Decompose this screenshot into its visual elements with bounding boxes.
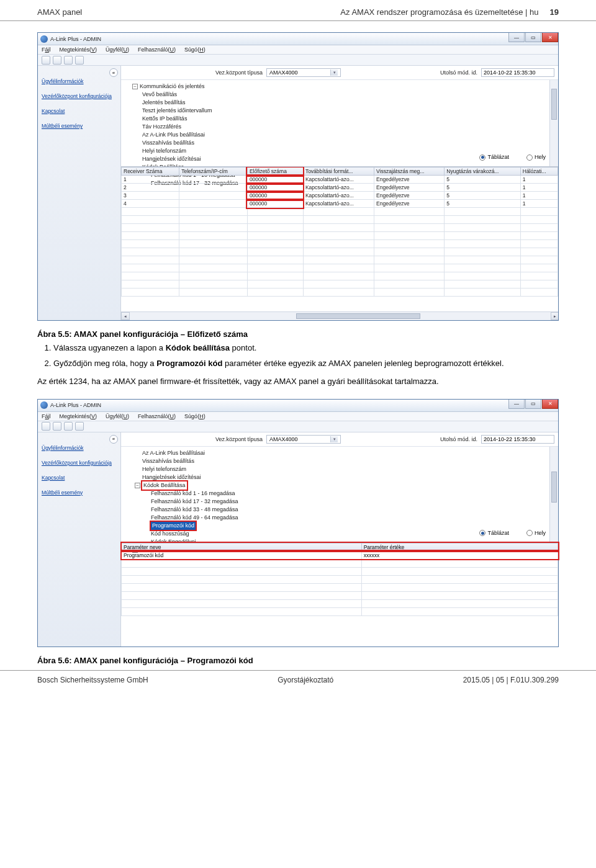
col-param-value[interactable]: Paraméter értéke bbox=[361, 543, 558, 551]
table-row[interactable]: 2000000Kapcsolattartó-azo...Engedélyezve… bbox=[122, 184, 558, 192]
view-mode-radios: Táblázat Hely bbox=[477, 152, 548, 163]
menu-customer[interactable]: Ügyfél(U) bbox=[106, 413, 129, 419]
tree-item[interactable]: Felhasználó kód 33 - 48 megadása bbox=[126, 506, 556, 514]
sidebar-item-panel-config[interactable]: Vezérlőközpont konfigurációja bbox=[42, 93, 117, 99]
close-button[interactable]: ✕ bbox=[542, 400, 558, 409]
col-subscriber[interactable]: Előfizető száma bbox=[247, 168, 303, 176]
sidebar-collapse-button[interactable]: « bbox=[109, 68, 118, 77]
tree-pane: Az A-Link Plus beállításai Visszahívás b… bbox=[121, 446, 558, 542]
app-window-2: A-Link Plus - ADMIN — ▭ ✕ Fájl Megtekint… bbox=[37, 399, 559, 647]
col-ackwait[interactable]: Nyugtázás várakozá... bbox=[445, 168, 520, 176]
menu-user[interactable]: Felhasználó(U) bbox=[138, 47, 176, 53]
menu-user[interactable]: Felhasználó(U) bbox=[138, 413, 176, 419]
toolbar-icon-2[interactable] bbox=[53, 56, 61, 65]
table-row[interactable]: 4000000Kapcsolattartó-azo...Engedélyezve… bbox=[122, 200, 558, 208]
tree-item[interactable]: Felhasználó kód 17 - 32 megadása bbox=[126, 498, 556, 506]
tree-item[interactable]: Az A-Link Plus beállításai bbox=[126, 449, 556, 457]
info-row: Vez.központ típusa AMAX4000 ▾ Utolsó mód… bbox=[121, 66, 558, 79]
toolbar-icon-3[interactable] bbox=[64, 422, 73, 431]
sidebar-item-connection[interactable]: Kapcsolat bbox=[42, 475, 117, 481]
last-mod-label: Utolsó mód. id. bbox=[440, 436, 477, 442]
col-receiver[interactable]: Receiver Száma bbox=[122, 168, 179, 176]
panel-type-label: Vez.központ típusa bbox=[215, 436, 263, 442]
table-row[interactable]: 3000000Kapcsolattartó-azo...Engedélyezve… bbox=[122, 192, 558, 200]
params-table: Paraméter neve Paraméter értéke Programo… bbox=[121, 543, 558, 616]
footer-left: Bosch Sicherheitssysteme GmbH bbox=[37, 676, 148, 684]
tree-item[interactable]: Felhasználó kód 1 - 16 megadása bbox=[126, 490, 556, 498]
radio-location[interactable]: Hely bbox=[526, 153, 546, 161]
maximize-button[interactable]: ▭ bbox=[525, 33, 541, 42]
menu-customer[interactable]: Ügyfél(U) bbox=[106, 47, 129, 53]
scroll-right-icon[interactable]: ▸ bbox=[551, 312, 558, 320]
toolbar bbox=[38, 421, 558, 432]
panel-type-select[interactable]: AMAX4000 ▾ bbox=[266, 435, 341, 444]
toolbar bbox=[38, 55, 558, 66]
tree-item[interactable]: Az A-Link Plus beállításai bbox=[126, 131, 556, 139]
sidebar: « Ügyfélinformációk Vezérlőközpont konfi… bbox=[38, 66, 121, 320]
tree-item[interactable]: Felhasználó kód 49 - 64 megadása bbox=[126, 514, 556, 522]
table-row-programmer-code[interactable]: Programozói kód xxxxxx bbox=[122, 551, 558, 559]
tree-item[interactable]: Helyi telefonszám bbox=[126, 465, 556, 473]
minimize-button[interactable]: — bbox=[508, 33, 525, 42]
chevron-down-icon: ▾ bbox=[330, 69, 338, 76]
tree-item[interactable]: Visszahívás beállítás bbox=[126, 457, 556, 465]
tree-scrollbar[interactable] bbox=[549, 447, 558, 542]
col-format[interactable]: Továbbítási formát... bbox=[303, 168, 374, 176]
tree-item-codes-root[interactable]: −Kódok Beállítása bbox=[126, 481, 556, 490]
main-area: « Ügyfélinformációk Vezérlőközpont konfi… bbox=[38, 66, 558, 320]
workarea: Vez.központ típusa AMAX4000 ▾ Utolsó mód… bbox=[121, 432, 558, 647]
toolbar-icon-1[interactable] bbox=[42, 56, 50, 65]
toolbar-icon-1[interactable] bbox=[42, 422, 50, 431]
panel-type-select[interactable]: AMAX4000 ▾ bbox=[266, 68, 341, 77]
radio-table[interactable]: Táblázat bbox=[479, 529, 509, 537]
sidebar-item-history[interactable]: Múltbéli esemény bbox=[42, 123, 117, 129]
instruction-step-1: Válassza ugyanezen a lapon a Kódok beáll… bbox=[53, 342, 559, 354]
close-button[interactable]: ✕ bbox=[542, 33, 558, 42]
sidebar-collapse-button[interactable]: « bbox=[109, 435, 118, 444]
tree-root[interactable]: −Kommunikáció és jelentés bbox=[126, 83, 556, 91]
scroll-left-icon[interactable]: ◂ bbox=[121, 312, 130, 320]
col-replay[interactable]: Visszajátszás meg... bbox=[374, 168, 445, 176]
col-param-name[interactable]: Paraméter neve bbox=[122, 543, 362, 551]
toolbar-icon-4[interactable] bbox=[75, 56, 84, 65]
tree-scrollbar[interactable] bbox=[549, 80, 558, 166]
tree-item[interactable]: Kettős IP beállítás bbox=[126, 115, 556, 123]
menu-view[interactable]: Megtekintés(V) bbox=[60, 47, 97, 53]
radio-location[interactable]: Hely bbox=[526, 529, 546, 537]
col-phone[interactable]: Telefonszám/IP-cím bbox=[179, 168, 248, 176]
last-mod-label: Utolsó mód. id. bbox=[440, 69, 477, 76]
tree-item[interactable]: Visszahívás beállítás bbox=[126, 139, 556, 147]
toolbar-icon-2[interactable] bbox=[53, 422, 61, 431]
menu-help[interactable]: Súgó(H) bbox=[184, 47, 205, 53]
tree-item[interactable]: Vevő beállítás bbox=[126, 91, 556, 99]
menubar: Fájl Megtekintés(V) Ügyfél(U) Felhasznál… bbox=[38, 412, 558, 421]
chevron-down-icon: ▾ bbox=[330, 436, 338, 442]
tree-item[interactable]: Teszt jelentés időintervallum bbox=[126, 107, 556, 115]
table-row[interactable]: 1000000Kapcsolattartó-azo...Engedélyezve… bbox=[122, 176, 558, 184]
menu-file[interactable]: Fájl bbox=[42, 47, 51, 53]
menubar: Fájl Megtekintés(V) Ügyfél(U) Felhasznál… bbox=[38, 45, 558, 55]
menu-view[interactable]: Megtekintés(V) bbox=[60, 413, 97, 419]
sidebar-item-panel-config[interactable]: Vezérlőközpont konfigurációja bbox=[42, 460, 117, 466]
receiver-table-wrap: Receiver Száma Telefonszám/IP-cím Előfiz… bbox=[121, 166, 558, 320]
minimize-button[interactable]: — bbox=[508, 400, 525, 409]
radio-table[interactable]: Táblázat bbox=[479, 153, 509, 161]
col-network[interactable]: Hálózati... bbox=[520, 168, 558, 176]
menu-help[interactable]: Súgó(H) bbox=[184, 413, 205, 419]
info-row: Vez.központ típusa AMAX4000 ▾ Utolsó mód… bbox=[121, 432, 558, 446]
sidebar: « Ügyfélinformációk Vezérlőközpont konfi… bbox=[38, 432, 121, 647]
tree-item[interactable]: Jelentés beállítás bbox=[126, 99, 556, 107]
instruction-text: Válassza ugyanezen a lapon a Kódok beáll… bbox=[37, 342, 559, 388]
sidebar-item-customer-info[interactable]: Ügyfélinformációk bbox=[42, 445, 117, 451]
tree-item[interactable]: Táv Hozzáférés bbox=[126, 123, 556, 131]
horizontal-scrollbar[interactable]: ◂ ▸ bbox=[121, 311, 558, 320]
toolbar-icon-4[interactable] bbox=[75, 422, 84, 431]
maximize-button[interactable]: ▭ bbox=[525, 400, 541, 409]
last-mod-field: 2014-10-22 15:35:30 bbox=[481, 68, 554, 77]
menu-file[interactable]: Fájl bbox=[42, 413, 51, 419]
toolbar-icon-3[interactable] bbox=[64, 56, 73, 65]
tree-item[interactable]: Hangjelzések időzítésai bbox=[126, 473, 556, 481]
sidebar-item-connection[interactable]: Kapcsolat bbox=[42, 108, 117, 114]
sidebar-item-history[interactable]: Múltbéli esemény bbox=[42, 490, 117, 496]
sidebar-item-customer-info[interactable]: Ügyfélinformációk bbox=[42, 78, 117, 84]
